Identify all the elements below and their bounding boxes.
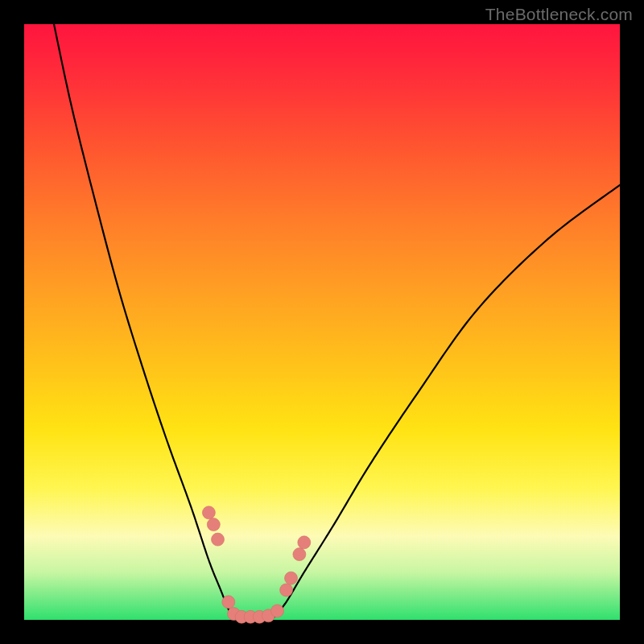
data-marker — [202, 506, 215, 519]
data-marker — [271, 605, 284, 617]
data-marker — [207, 518, 220, 531]
data-marker — [212, 533, 225, 546]
data-marker — [222, 596, 235, 609]
curve-left-curve — [54, 24, 233, 617]
curve-right-curve — [275, 185, 620, 617]
curve-group — [54, 24, 620, 618]
chart-svg — [24, 24, 620, 620]
watermark-text: TheBottleneck.com — [485, 5, 633, 24]
data-marker — [280, 584, 293, 597]
data-marker — [293, 548, 306, 561]
plot-area — [24, 24, 620, 620]
marker-group — [202, 506, 310, 624]
chart-frame: TheBottleneck.com — [0, 0, 644, 644]
data-marker — [285, 572, 298, 584]
data-marker — [298, 536, 311, 549]
